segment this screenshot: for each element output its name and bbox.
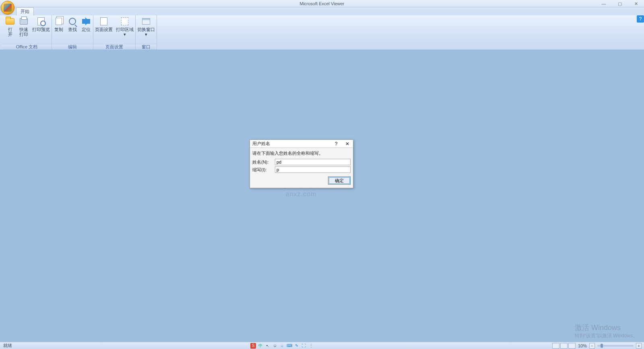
zoom-in-button[interactable]: + [636, 343, 642, 349]
group-label-office-doc: Office 文档 [2, 44, 52, 50]
app-title: Microsoft Excel Viewer [299, 1, 344, 6]
ime-punct-icon[interactable]: •. [265, 343, 270, 349]
page-setup-button[interactable]: 页面设置 [93, 15, 114, 32]
ime-keyboard-icon[interactable]: ⌨ [287, 343, 292, 349]
window-icon [141, 17, 151, 26]
arrow-right-icon [81, 17, 91, 26]
print-area-label: 打印区域 ▾ [116, 27, 134, 37]
group-label-edit: 编辑 [52, 44, 93, 50]
page-setup-label: 页面设置 [95, 27, 113, 32]
ime-pen-icon[interactable]: ✎ [294, 343, 299, 349]
printer-icon [19, 17, 29, 26]
copy-button[interactable]: 复制 [52, 15, 66, 32]
group-label-page-setup: 页面设置 [93, 44, 135, 50]
print-preview-button[interactable]: 打印预览 [31, 15, 52, 32]
dialog-close-button[interactable]: ✕ [342, 140, 353, 147]
ime-voice-icon[interactable]: ⌂ [279, 343, 285, 349]
group-label-window: 窗口 [136, 44, 157, 50]
print-area-button[interactable]: 打印区域 ▾ [114, 15, 135, 37]
ok-button[interactable]: 确定 [328, 177, 351, 185]
view-page-layout-button[interactable] [560, 343, 568, 349]
ribbon-group-window: 切换窗口 ▾ 窗口 [136, 15, 157, 50]
switch-window-button[interactable]: 切换窗口 ▾ [136, 15, 157, 37]
goto-button[interactable]: 定位 [79, 15, 93, 32]
ime-menu-icon[interactable]: ⋮ [308, 343, 314, 349]
ribbon-group-office-doc: 打 开 快速 打印 打印预览 Office 文档 [2, 15, 52, 50]
quick-print-button[interactable]: 快速 打印 [17, 15, 31, 37]
ribbon-group-edit: 复制 查找 定位 编辑 [52, 15, 93, 50]
ribbon: 打 开 快速 打印 打印预览 Office 文档 复制 查找 定位 编辑 [0, 15, 644, 50]
ime-s-icon[interactable]: S [250, 343, 256, 349]
tab-home[interactable]: 开始 [16, 7, 34, 15]
zoom-out-button[interactable]: − [589, 343, 595, 349]
dialog-body: 请在下面输入您姓名的全称和缩写。 姓名(N): 缩写(I): 确定 [250, 148, 353, 188]
initials-label: 缩写(I): [252, 167, 275, 173]
find-label: 查找 [68, 27, 77, 32]
open-button[interactable]: 打 开 [3, 15, 17, 37]
ribbon-group-page-setup: 页面设置 打印区域 ▾ 页面设置 [93, 15, 136, 50]
ime-toolbar: S 中 •. ☺ ⌂ ⌨ ✎ ⛶ ⋮ [248, 343, 316, 349]
ime-lang-icon[interactable]: 中 [258, 343, 263, 349]
page-icon [99, 17, 109, 26]
name-input[interactable] [275, 159, 351, 165]
print-area-icon [120, 17, 130, 26]
workspace [0, 50, 644, 342]
open-label: 打 开 [8, 27, 12, 37]
status-bar: 就绪 S 中 •. ☺ ⌂ ⌨ ✎ ⛶ ⋮ 10% − + [0, 342, 644, 349]
ime-skin-icon[interactable]: ⛶ [301, 343, 307, 349]
ime-emoji-icon[interactable]: ☺ [272, 343, 278, 349]
folder-open-icon [5, 17, 15, 26]
window-controls: — ▢ ✕ [596, 0, 644, 7]
copy-icon [54, 17, 64, 26]
zoom-slider-thumb[interactable] [601, 344, 603, 348]
zoom-slider[interactable] [597, 345, 634, 347]
dialog-title: 用户姓名 [252, 141, 270, 147]
zoom-percent: 10% [578, 343, 587, 348]
status-right: 10% − + [552, 343, 644, 349]
name-label: 姓名(N): [252, 159, 275, 165]
ribbon-tab-row: 开始 [0, 7, 644, 15]
goto-label: 定位 [82, 27, 91, 32]
user-name-dialog: 用户姓名 ? ✕ 请在下面输入您姓名的全称和缩写。 姓名(N): 缩写(I): … [250, 139, 353, 188]
maximize-button[interactable]: ▢ [612, 0, 628, 7]
initials-input[interactable] [275, 166, 351, 173]
find-icon [68, 17, 77, 26]
quick-print-label: 快速 打印 [19, 27, 28, 37]
dialog-titlebar[interactable]: 用户姓名 ? ✕ [250, 140, 353, 148]
find-button[interactable]: 查找 [66, 15, 79, 32]
copy-label: 复制 [54, 27, 63, 32]
office-logo-icon [4, 4, 12, 12]
dialog-prompt: 请在下面输入您姓名的全称和缩写。 [252, 150, 351, 156]
print-preview-icon [36, 17, 46, 26]
help-badge[interactable]: ? [637, 15, 644, 23]
minimize-button[interactable]: — [596, 0, 612, 7]
switch-window-label: 切换窗口 ▾ [137, 27, 155, 37]
window-close-button[interactable]: ✕ [628, 0, 644, 7]
dialog-help-button[interactable]: ? [330, 140, 342, 147]
office-button[interactable] [1, 1, 14, 15]
print-preview-label: 打印预览 [32, 27, 50, 32]
view-normal-button[interactable] [552, 343, 559, 349]
title-bar: Microsoft Excel Viewer — ▢ ✕ [0, 0, 644, 7]
view-page-break-button[interactable] [568, 343, 576, 349]
dialog-controls: ? ✕ [330, 140, 353, 147]
status-ready: 就绪 [0, 343, 12, 349]
